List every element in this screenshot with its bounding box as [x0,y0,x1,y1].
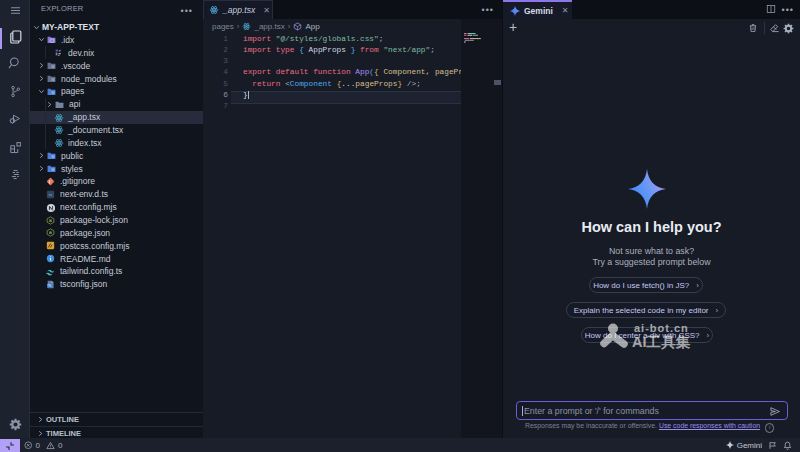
svg-text:TS: TS [47,284,51,288]
svg-text:ts: ts [49,192,52,197]
